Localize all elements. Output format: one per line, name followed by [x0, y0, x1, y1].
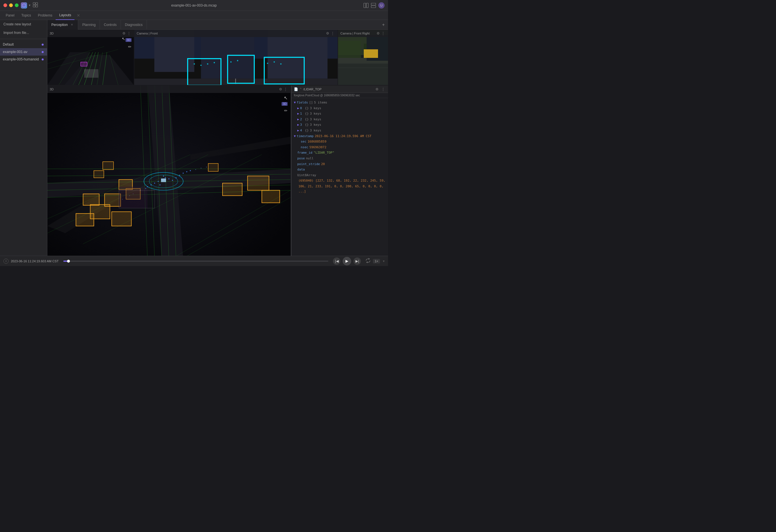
panel-camera-right-header: Camera | Front Right ⚙ ⋮ [338, 30, 388, 37]
import-layout-button[interactable]: Import from file... [0, 28, 47, 37]
camera-front-more-icon[interactable]: ⋮ [330, 31, 335, 36]
svg-point-79 [158, 181, 159, 182]
fields-arrow[interactable]: ▼ [294, 100, 296, 105]
data-row-timestamp: ▼ timestamp 2023-06-16 11:24:19.596 AM C… [294, 134, 386, 139]
layout-item-example-001-av[interactable]: example-001-av [0, 48, 47, 56]
layout-item-example-005-humanoid[interactable]: example-005-humanoid [0, 56, 47, 63]
svg-point-78 [165, 177, 166, 179]
panel-3d-bottom: 3D ⚙ ⋮ ↖ 3D ✏ [47, 85, 291, 256]
svg-rect-106 [105, 194, 121, 206]
3d-badge-bottom[interactable]: 3D [281, 102, 287, 106]
camera-right-more-icon[interactable]: ⋮ [381, 31, 386, 36]
svg-rect-103 [161, 179, 166, 182]
current-timestamp: 2023-06-16 11:24:19.603 AM CST [11, 259, 59, 263]
data-row-nsec: nsec 596963072 [297, 145, 386, 150]
data-row-pose: pose null [294, 156, 386, 161]
data-panel-more-icon[interactable]: ⋮ [381, 87, 386, 92]
panel-3d-bottom-more-icon[interactable]: ⋮ [283, 87, 288, 92]
maximize-button[interactable] [15, 3, 19, 7]
tab-controls[interactable]: Controls [100, 20, 121, 30]
eraser-icon-top[interactable]: ✏ [128, 44, 132, 49]
sidebar: Create new layout Import from file... De… [0, 20, 47, 256]
nav-topics[interactable]: Topics [18, 11, 34, 20]
skip-back-button[interactable]: |◀ [333, 257, 340, 265]
bottom-bar: i 2023-06-16 11:24:19.603 AM CST |◀ ▶ ▶|… [0, 256, 388, 266]
svg-point-39 [214, 62, 215, 63]
layout-item-default[interactable]: Default [0, 41, 47, 48]
3d-visualization-top[interactable]: 3D ✏ [47, 30, 134, 85]
svg-rect-55 [364, 49, 378, 58]
3d-visualization-bottom[interactable] [47, 85, 290, 256]
nav-problems[interactable]: Problems [34, 11, 56, 20]
layout-dot-example-001 [42, 51, 44, 53]
panel-more-icon[interactable]: ⋮ [127, 31, 132, 36]
sidebar-divider [0, 39, 47, 39]
data-content: ▼ fields [] 5 items ▶ 0 {} 3 keys [292, 98, 388, 256]
eraser-icon-bottom[interactable]: ✏ [284, 108, 287, 113]
minimize-button[interactable] [9, 3, 13, 7]
svg-point-42 [267, 63, 268, 64]
panel-3d-bottom-title: 3D [50, 87, 278, 91]
select-tool-icon[interactable]: ↖ [284, 95, 287, 101]
main-layout: Create new layout Import from file... De… [0, 20, 388, 256]
dropdown-arrow[interactable]: ▾ [29, 3, 30, 7]
timeline-track[interactable] [63, 261, 329, 262]
loop-icon[interactable] [366, 258, 371, 264]
speed-control[interactable]: 1× [373, 259, 380, 263]
close-button[interactable] [3, 3, 7, 7]
camera-front-settings-icon[interactable]: ⚙ [325, 31, 330, 36]
tab-planning[interactable]: Planning [78, 20, 100, 30]
field-item-4: ▶ 4 {} 3 keys [297, 128, 386, 134]
svg-rect-117 [119, 187, 148, 208]
fields-items: ▶ 0 {} 3 keys ▶ 1 {} 3 keys ▶ [297, 105, 386, 134]
user-avatar[interactable]: U [378, 2, 385, 9]
panel-3d-bottom-settings-icon[interactable]: ⚙ [278, 87, 283, 92]
camera-right-view[interactable] [338, 30, 388, 85]
svg-rect-24 [81, 63, 86, 65]
data-panel-header: 📄 ⌃ /LIDAR_TOP ⚙ ⋮ [292, 85, 388, 93]
svg-point-80 [168, 178, 170, 179]
add-tab-button[interactable]: + [379, 20, 388, 30]
layout-alt-icon[interactable] [371, 3, 376, 8]
content-area: Perception ✕ Planning Controls Diagnosti… [47, 20, 388, 256]
camera-front-view[interactable] [134, 30, 338, 85]
panel-camera-front: Camera | Front ⚙ ⋮ [134, 30, 338, 85]
svg-rect-25 [84, 69, 99, 78]
svg-rect-107 [112, 212, 132, 226]
camera-front-svg [134, 30, 338, 85]
camera-right-svg [338, 30, 388, 85]
tab-perception[interactable]: Perception ✕ [47, 20, 78, 30]
panel-settings-icon[interactable]: ⚙ [121, 31, 127, 36]
camera-right-settings-icon[interactable]: ⚙ [375, 31, 381, 36]
svg-point-40 [230, 61, 232, 63]
data-panel-expand-icon[interactable]: ⌃ [299, 87, 302, 91]
svg-point-44 [280, 63, 281, 65]
skip-forward-button[interactable]: ▶| [354, 257, 361, 265]
svg-point-98 [195, 169, 196, 170]
svg-rect-5 [36, 5, 38, 7]
close-panel-icon[interactable]: ✕ [77, 13, 80, 18]
speed-dropdown-arrow[interactable]: ▾ [383, 259, 385, 263]
nav-layouts[interactable]: Layouts [56, 11, 74, 20]
panel-3d-top-title: 3D [50, 32, 121, 35]
panel-grid-bottom: 3D ⚙ ⋮ ↖ 3D ✏ [47, 85, 388, 256]
info-icon[interactable]: i [3, 259, 9, 264]
cursor-icon: ↖ [122, 36, 125, 41]
svg-point-82 [172, 180, 173, 181]
layout-icon[interactable] [33, 2, 38, 8]
svg-point-41 [237, 60, 238, 61]
svg-point-84 [163, 175, 164, 177]
panel-layout-icon[interactable] [364, 3, 369, 8]
nav-panel[interactable]: Panel [2, 11, 18, 20]
svg-point-91 [183, 173, 184, 174]
play-button[interactable]: ▶ [343, 257, 351, 265]
tab-close-perception[interactable]: ✕ [70, 23, 74, 27]
tab-diagnostics[interactable]: Diagnostics [121, 20, 147, 30]
data-row-data: data [294, 167, 386, 173]
data-panel-settings-icon[interactable]: ⚙ [374, 87, 379, 92]
panel-3d-bottom-header: 3D ⚙ ⋮ [47, 85, 290, 93]
3d-viz-svg-top [47, 30, 134, 85]
window-title: example-001-av-003-ds.mcap [171, 3, 216, 7]
create-layout-button[interactable]: Create new layout [0, 20, 47, 28]
timeline-thumb[interactable] [67, 260, 70, 263]
